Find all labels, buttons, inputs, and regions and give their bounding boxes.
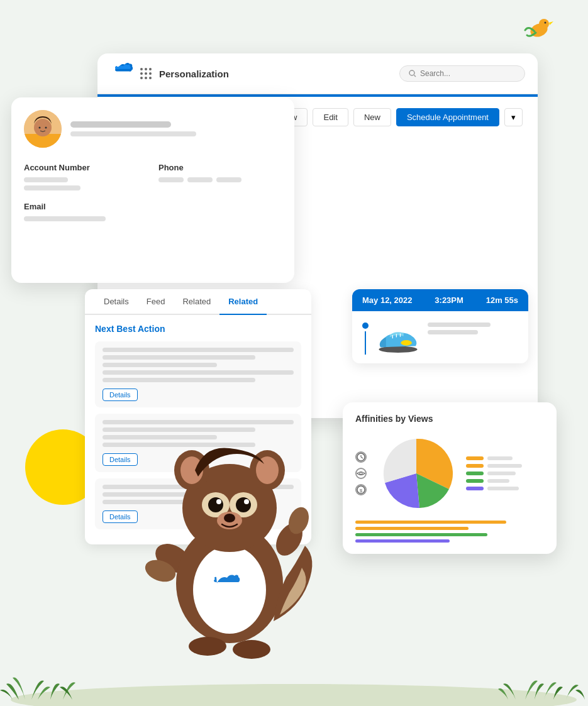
nba-card3-line-3 xyxy=(103,500,217,504)
nba-card2-line-3 xyxy=(103,435,217,439)
acc-line-2 xyxy=(24,185,80,190)
account-number-field: Account Number xyxy=(24,163,147,190)
new-button[interactable]: New xyxy=(353,108,391,126)
nba-line-1 xyxy=(103,348,294,352)
profile-panel: Account Number Phone Email xyxy=(11,97,294,283)
bottom-legend-lines xyxy=(355,521,544,543)
phone-line-3 xyxy=(216,177,241,182)
panel-header: Personalization xyxy=(97,53,538,94)
svg-point-15 xyxy=(401,340,412,346)
dropdown-button[interactable]: ▾ xyxy=(504,108,523,126)
timeline-body xyxy=(352,311,528,363)
legend-item-4 xyxy=(466,479,522,483)
svg-point-1 xyxy=(539,19,549,29)
nba-card-2: Details xyxy=(95,414,301,472)
tab-details[interactable]: Details xyxy=(95,289,138,314)
email-field: Email xyxy=(24,202,147,221)
timeline-dot xyxy=(362,323,369,329)
svg-point-27 xyxy=(193,546,266,634)
svg-point-19 xyxy=(360,472,362,475)
nba-card-3-lines xyxy=(103,485,294,504)
bottom-line-1 xyxy=(355,521,506,524)
acc-line-1 xyxy=(24,177,68,182)
account-number-values xyxy=(24,177,147,190)
timeline-content xyxy=(376,320,491,355)
shoe-line-2 xyxy=(428,330,478,334)
search-bar[interactable] xyxy=(399,65,525,82)
nba-card2-line-2 xyxy=(103,427,255,432)
legend-color-yellow-2 xyxy=(466,464,484,468)
svg-point-3 xyxy=(545,22,546,24)
legend-text-1 xyxy=(487,456,513,460)
nba-card-3: Details xyxy=(95,478,301,529)
timeline-time: 3:23PM xyxy=(435,295,463,305)
profile-name-area xyxy=(70,121,196,136)
affinities-panel: Affinities by Views $ xyxy=(343,402,557,554)
affinities-body: $ xyxy=(355,433,544,514)
tab-related-2[interactable]: Related xyxy=(219,289,267,314)
nba-card3-line-2 xyxy=(103,492,255,497)
name-line-2 xyxy=(70,131,196,136)
legend-color-green-2 xyxy=(466,479,484,483)
search-input[interactable] xyxy=(420,69,514,78)
svg-point-41 xyxy=(189,637,226,656)
phone-label: Phone xyxy=(158,163,282,172)
svg-point-10 xyxy=(45,127,47,129)
nba-line-2 xyxy=(103,355,255,360)
svg-point-43 xyxy=(11,684,577,706)
affinities-title: Affinities by Views xyxy=(355,414,544,424)
tab-related-1[interactable]: Related xyxy=(174,289,219,314)
nba-details-button-1[interactable]: Details xyxy=(103,389,138,401)
nba-card2-line-4 xyxy=(103,443,255,447)
search-icon xyxy=(409,70,416,77)
legend-text-5 xyxy=(487,487,519,490)
email-values xyxy=(24,216,147,221)
nba-card-1-lines xyxy=(103,348,294,382)
chart-legend xyxy=(466,456,522,490)
nba-details-button-3[interactable]: Details xyxy=(103,510,138,523)
nba-details-button-2[interactable]: Details xyxy=(103,453,138,466)
tabs-row: Details Feed Related Related xyxy=(85,289,311,315)
tab-feed[interactable]: Feed xyxy=(138,289,174,314)
nba-card-2-lines xyxy=(103,420,294,447)
bird-decoration xyxy=(522,13,557,50)
legend-color-yellow xyxy=(466,456,484,460)
timeline-dot-line xyxy=(362,320,369,355)
legend-text-2 xyxy=(487,464,522,468)
svg-point-9 xyxy=(39,127,41,129)
phone-field: Phone xyxy=(158,163,282,190)
panel-title: Personalization xyxy=(159,69,392,79)
edit-button[interactable]: Edit xyxy=(313,108,348,126)
legend-item-3 xyxy=(466,472,522,475)
email-label: Email xyxy=(24,202,147,211)
legend-icons: $ xyxy=(355,451,367,495)
nba-card-1: Details xyxy=(95,341,301,407)
bottom-line-3 xyxy=(355,533,487,536)
app-grid-icon xyxy=(140,68,152,79)
account-number-label: Account Number xyxy=(24,163,147,172)
svg-point-8 xyxy=(34,119,52,136)
ground-decoration xyxy=(0,656,588,706)
timeline-date: May 12, 2022 xyxy=(362,295,413,305)
clock-icon xyxy=(355,451,367,463)
shoe-image xyxy=(376,320,420,355)
timeline-header: May 12, 2022 3:23PM 12m 55s xyxy=(352,289,528,311)
nba-line-3 xyxy=(103,363,217,367)
phone-values xyxy=(158,177,282,182)
profile-header xyxy=(24,110,282,148)
bottom-line-2 xyxy=(355,527,469,530)
legend-text-3 xyxy=(487,472,516,475)
nba-card3-line-1 xyxy=(103,485,294,489)
tabs-panel: Details Feed Related Related Next Best A… xyxy=(85,289,311,544)
dollar-icon: $ xyxy=(355,484,367,495)
nba-line-5 xyxy=(103,378,255,382)
nba-card2-line-1 xyxy=(103,420,294,424)
pie-chart xyxy=(375,433,457,514)
profile-fields: Account Number Phone Email xyxy=(24,163,282,221)
timeline-line xyxy=(365,331,366,355)
legend-item-1 xyxy=(466,456,522,460)
email-line-1 xyxy=(24,216,106,221)
phone-line-1 xyxy=(158,177,184,182)
schedule-button[interactable]: Schedule Appointment xyxy=(396,108,499,126)
legend-item-5 xyxy=(466,487,522,490)
